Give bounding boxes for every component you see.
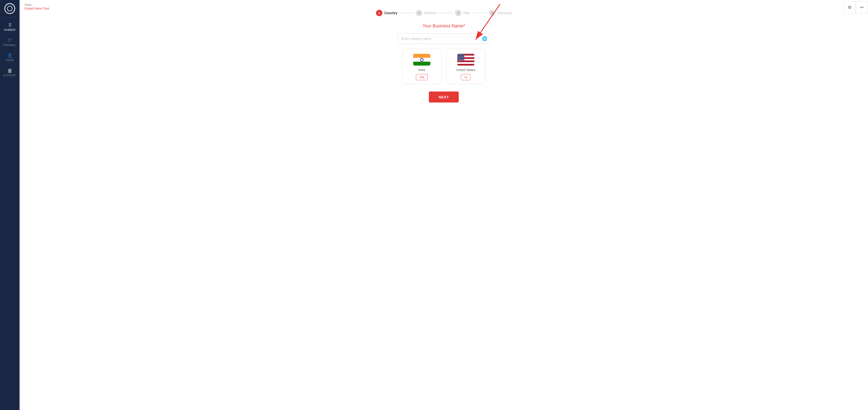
step-line-1 bbox=[399, 13, 414, 13]
logo-icon bbox=[4, 3, 15, 14]
step-label-checkout: Checkout bbox=[497, 11, 512, 15]
greeting-text: Hello, bbox=[25, 3, 33, 7]
sidebar-item-firewall[interactable]: 🛡 FIREWALL bbox=[0, 35, 20, 50]
sidebar: ⠿ NUMBER 🛡 FIREWALL 👤 VOICE 📋 ACCOUNT bbox=[0, 0, 20, 410]
country-search-input[interactable] bbox=[397, 33, 490, 44]
sidebar-label-firewall: FIREWALL bbox=[3, 44, 17, 46]
voice-icon: 👤 bbox=[7, 53, 12, 58]
number-icon: ⠿ bbox=[8, 23, 11, 27]
country-code-india: +91 bbox=[416, 74, 428, 80]
flag-stripe-orange bbox=[413, 54, 430, 58]
sidebar-item-account[interactable]: 📋 ACCOUNT bbox=[0, 65, 20, 80]
step-label-country: Country bbox=[384, 11, 398, 15]
stepper: 1 Country 2 Number 3 Plan 4 Checkout bbox=[20, 0, 868, 24]
sidebar-label-number: NUMBER bbox=[4, 29, 16, 31]
step-checkout: 4 Checkout bbox=[489, 10, 512, 16]
step-line-2 bbox=[438, 13, 453, 13]
sidebar-label-voice: VOICE bbox=[6, 59, 14, 62]
settings-button[interactable]: ⚙ bbox=[843, 1, 856, 13]
globe-icon: 🌐 bbox=[482, 36, 487, 41]
flag-stripe-white bbox=[413, 58, 430, 62]
user-name: Gobal-Demo Test bbox=[25, 7, 49, 10]
header-greeting: Hello, Gobal-Demo Test bbox=[20, 0, 54, 13]
step-line-3 bbox=[472, 13, 487, 13]
next-button[interactable]: NEXT bbox=[429, 92, 459, 102]
sidebar-item-number[interactable]: ⠿ NUMBER bbox=[0, 20, 20, 35]
step-circle-checkout: 4 bbox=[489, 10, 495, 16]
sidebar-nav: ⠿ NUMBER 🛡 FIREWALL 👤 VOICE 📋 ACCOUNT bbox=[0, 17, 20, 410]
step-number: 2 Number bbox=[416, 10, 436, 16]
country-card-india[interactable]: India +91 bbox=[402, 49, 441, 84]
step-label-plan: Plan bbox=[463, 11, 470, 15]
settings-icon: ⚙ bbox=[848, 5, 851, 10]
country-name-us: United States bbox=[456, 68, 475, 72]
flag-us-canton: ★★★★★★★★★★★★★★★★★★★★★★★★ bbox=[457, 54, 464, 60]
account-icon: 📋 bbox=[7, 68, 12, 73]
ashoka-chakra bbox=[420, 58, 424, 61]
logo[interactable] bbox=[0, 0, 20, 17]
flag-india bbox=[413, 54, 430, 66]
country-name-india: India bbox=[418, 68, 425, 72]
business-name-label: Your Business Name* bbox=[423, 24, 465, 29]
country-card-us[interactable]: ★★★★★★★★★★★★★★★★★★★★★★★★ United States +… bbox=[446, 49, 485, 84]
main-content: Hello, Gobal-Demo Test ⚙ ↩ 1 Country 2 N… bbox=[20, 0, 868, 410]
flag-us: ★★★★★★★★★★★★★★★★★★★★★★★★ bbox=[457, 54, 474, 66]
step-country: 1 Country bbox=[376, 10, 398, 16]
content-area: Your Business Name* 🌐 bbox=[20, 24, 868, 102]
sidebar-item-voice[interactable]: 👤 VOICE bbox=[0, 50, 20, 65]
flag-stripe-green bbox=[413, 62, 430, 66]
logout-button[interactable]: ↩ bbox=[856, 1, 868, 13]
country-code-us: +1 bbox=[461, 74, 471, 80]
required-marker: * bbox=[463, 24, 465, 28]
topbar: ⚙ ↩ bbox=[843, 0, 868, 15]
step-label-number: Number bbox=[424, 11, 436, 15]
step-circle-number: 2 bbox=[416, 10, 422, 16]
country-search-container: 🌐 bbox=[397, 33, 490, 44]
step-plan: 3 Plan bbox=[455, 10, 470, 16]
sidebar-label-account: ACCOUNT bbox=[3, 74, 17, 77]
us-stars: ★★★★★★★★★★★★★★★★★★★★★★★★ bbox=[457, 54, 465, 60]
firewall-icon: 🛡 bbox=[8, 38, 12, 42]
country-grid: India +91 ★★★★★★★★★★★★★★★ bbox=[402, 49, 485, 84]
step-circle-plan: 3 bbox=[455, 10, 461, 16]
step-circle-country: 1 bbox=[376, 10, 382, 16]
logout-icon: ↩ bbox=[860, 5, 864, 10]
